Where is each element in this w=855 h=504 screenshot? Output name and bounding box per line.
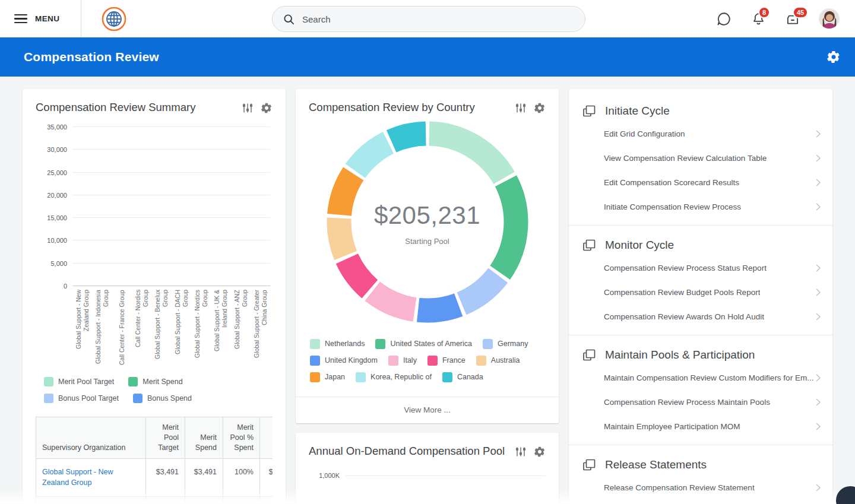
task-item-label: Initiate Compensation Review Process: [604, 202, 741, 211]
task-item[interactable]: Release Compensation Review Statement: [604, 476, 832, 500]
org-cell: Global Support - New Zealand Group: [36, 458, 146, 497]
task-item[interactable]: Print Employee Tool Com...: [604, 500, 832, 504]
task-item-label: Compensation Review Budget Pools Report: [604, 288, 760, 297]
legend-swatch: [375, 339, 385, 349]
notifications-badge: 8: [758, 7, 770, 18]
x-axis-label: Global Support - Indonesia Group: [94, 290, 109, 366]
table-column-header: Merit Spend: [185, 417, 223, 459]
y-axis-tick: 15,000: [47, 214, 67, 221]
bar-chart-plot: 35,00030,00025,00020,00015,00010,0005,00…: [72, 127, 270, 286]
stacked-cards-icon: [582, 348, 596, 362]
notifications-button[interactable]: 8: [750, 11, 767, 27]
chat-button[interactable]: [715, 11, 732, 27]
legend-item: France: [428, 355, 466, 366]
chart-settings-gear-icon[interactable]: [534, 446, 546, 458]
task-item[interactable]: Edit Compensation Scorecard Results: [604, 170, 832, 195]
legend-swatch: [44, 377, 53, 386]
chart-settings-gear-icon[interactable]: [261, 102, 273, 114]
y-axis-tick: 35,000: [47, 123, 67, 131]
value-cell: $11,550: [260, 458, 273, 497]
legend-swatch: [356, 372, 366, 382]
legend-item: Netherlands: [310, 338, 365, 349]
company-logo-globe-icon[interactable]: [102, 7, 126, 31]
menu-label: MENU: [35, 14, 59, 23]
search-icon: [283, 14, 294, 25]
chevron-right-icon: [816, 313, 821, 321]
view-more-link[interactable]: View More ...: [296, 397, 559, 423]
legend-label: United Kingdom: [325, 356, 378, 364]
country-card: Compensation Review by Country $205,231 …: [296, 89, 559, 423]
task-item[interactable]: Edit Grid Configuration: [604, 122, 832, 146]
corner-floating-button[interactable]: [836, 486, 855, 504]
task-item[interactable]: Maintain Compensation Review Custom Modi…: [604, 366, 832, 390]
task-item[interactable]: Compensation Review Awards On Hold Audit: [604, 305, 832, 329]
chart-filter-sliders-icon[interactable]: [515, 446, 527, 458]
legend-label: Merit Pool Target: [58, 378, 114, 386]
task-section-items: Release Compensation Review StatementPri…: [569, 476, 832, 504]
task-item[interactable]: Compensation Review Process Status Repor…: [604, 256, 832, 280]
task-section-title: Maintain Pools & Participation: [605, 348, 755, 362]
legend-swatch: [476, 356, 486, 366]
search-input[interactable]: [302, 14, 574, 24]
y-axis-tick: 5,000: [50, 260, 67, 267]
stacked-cards-icon: [582, 458, 596, 472]
task-item-label: Edit Grid Configuration: [604, 129, 685, 138]
compensation-review-page: MENU: [0, 0, 855, 504]
x-axis-label-slot: Global Support - DACH Group: [171, 290, 191, 368]
chevron-right-icon: [816, 423, 821, 430]
pool-gridline: [346, 476, 546, 476]
chart-settings-gear-icon[interactable]: [534, 102, 546, 114]
menu-button[interactable]: MENU: [0, 0, 81, 37]
donut-legend: NetherlandsUnited States of AmericaGerma…: [309, 338, 546, 388]
legend-label: France: [442, 356, 466, 364]
chevron-right-icon: [816, 374, 821, 382]
y-axis-tick: 20,000: [47, 192, 67, 199]
task-item[interactable]: Compensation Review Budget Pools Report: [604, 280, 832, 305]
x-axis-label-slot: Call Center - France Group: [112, 290, 132, 368]
header-actions: 8 45: [715, 0, 855, 37]
org-cell: [36, 497, 146, 504]
hamburger-icon: [14, 14, 27, 24]
chart-filter-sliders-icon[interactable]: [242, 102, 254, 114]
chart-filter-sliders-icon[interactable]: [515, 102, 527, 114]
value-cell: [185, 497, 223, 504]
legend-label: Merit Spend: [142, 378, 182, 386]
task-item[interactable]: Compensation Review Process Maintain Poo…: [604, 390, 832, 414]
legend-swatch: [428, 356, 438, 366]
task-item-label: Maintain Compensation Review Custom Modi…: [604, 373, 813, 382]
summary-table-body: Global Support - New Zealand Group$3,491…: [36, 458, 273, 504]
table-row: Global Support - New Zealand Group$3,491…: [36, 458, 273, 497]
table-column-header: Bonus Pool Target: [260, 417, 273, 459]
task-item-label: Maintain Employee Participation MOM: [604, 422, 740, 431]
task-section-header: Release Statements: [569, 445, 832, 476]
inbox-button[interactable]: 45: [784, 11, 801, 27]
y-axis-tick: 25,000: [47, 169, 67, 176]
summary-card-title: Compensation Review Summary: [36, 101, 195, 114]
profile-avatar[interactable]: [819, 8, 840, 29]
legend-item: Italy: [388, 355, 417, 366]
task-item[interactable]: View Compensation Review Calculation Tab…: [604, 146, 832, 170]
global-search[interactable]: [272, 6, 585, 32]
chevron-right-icon: [816, 203, 821, 211]
task-item[interactable]: Maintain Employee Participation MOM: [604, 414, 832, 439]
x-axis-label: Call Center - Nordics Group: [134, 290, 149, 366]
donut-segment-united-kingdom: [418, 305, 458, 310]
bar-chart-legend: Merit Pool TargetMerit SpendBonus Pool T…: [36, 376, 273, 410]
legend-item: Bonus Spend: [133, 393, 192, 404]
top-header: MENU: [0, 0, 855, 37]
legend-swatch: [44, 394, 53, 403]
pool-card-title: Annual On-Demand Compensation Pool: [309, 445, 505, 458]
task-item[interactable]: Initiate Compensation Review Process: [604, 195, 832, 219]
tasks-sections: Initiate CycleEdit Grid ConfigurationVie…: [569, 91, 832, 504]
page-settings-gear-icon[interactable]: [826, 50, 841, 64]
pool-card: Annual On-Demand Compensation Pool 1,000…: [296, 433, 559, 504]
legend-label: Bonus Spend: [147, 394, 192, 402]
legend-label: Germany: [498, 340, 528, 348]
legend-item: Bonus Pool Target: [44, 393, 119, 404]
task-section-items: Maintain Compensation Review Custom Modi…: [569, 366, 832, 439]
summary-card: Compensation Review Summary 35,00030,000…: [23, 89, 286, 504]
inbox-badge: 45: [793, 7, 808, 18]
legend-label: United States of America: [390, 340, 472, 348]
org-link[interactable]: Global Support - New Zealand Group: [42, 468, 113, 487]
chevron-right-icon: [816, 289, 821, 296]
